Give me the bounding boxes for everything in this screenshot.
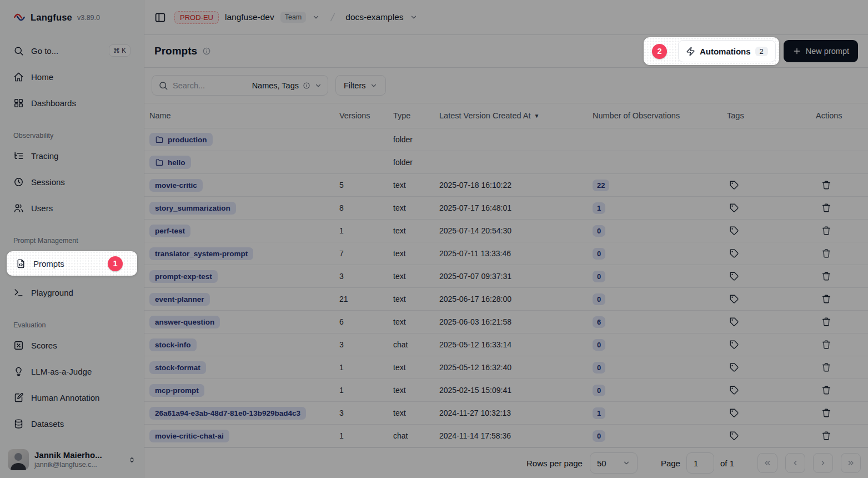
automations-label: Automations <box>700 47 751 56</box>
annotation-step-1: 1 <box>108 256 123 271</box>
automations-count-badge: 2 <box>755 47 768 56</box>
annotation-step-2: 2 <box>652 44 667 59</box>
dim-overlay <box>0 0 868 478</box>
app-root: Langfuse v3.89.0 Go to... ⌘ K HomeDashbo… <box>0 0 868 478</box>
annotation-spotlight-prompts: Prompts1 <box>7 251 137 276</box>
annotation-spotlight-automations: 2 Automations 2 <box>644 37 779 65</box>
zap-icon <box>686 47 695 56</box>
sidebar-item-label: Prompts <box>33 259 64 268</box>
automations-button[interactable]: Automations 2 <box>678 40 776 62</box>
sidebar-item-prompts[interactable]: Prompts <box>9 254 108 273</box>
prompts-icon <box>16 258 26 269</box>
